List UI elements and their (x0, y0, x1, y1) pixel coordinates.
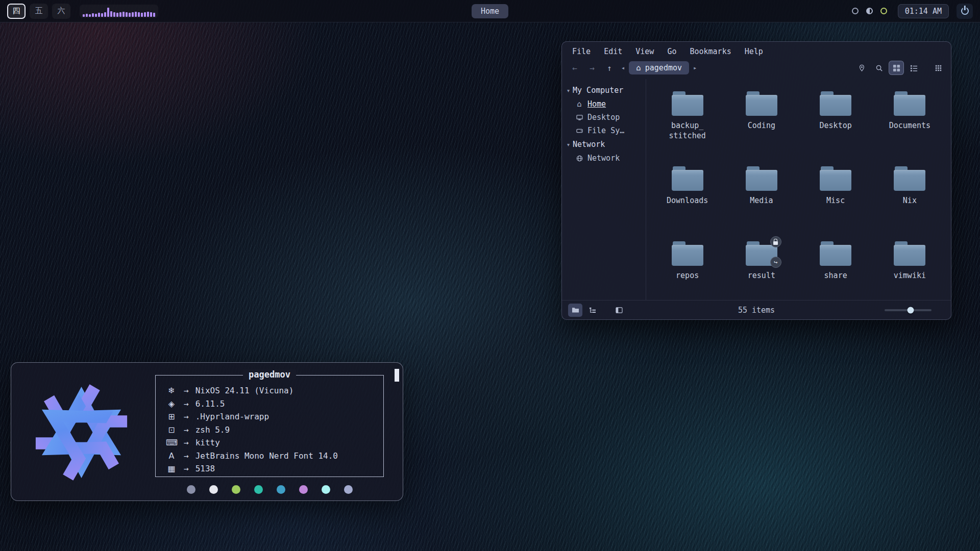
back-button[interactable]: ← (567, 61, 582, 75)
file-item[interactable]: Downloads (651, 160, 724, 235)
monitor-icon (575, 115, 583, 120)
menu-file[interactable]: File (572, 47, 591, 56)
power-button[interactable] (957, 4, 973, 19)
places-pane-button[interactable] (568, 304, 582, 317)
terminal-cursor (395, 369, 399, 382)
visualizer-bar (101, 13, 103, 17)
visualizer-bar (110, 11, 112, 17)
arrow-icon: → (184, 436, 189, 449)
side-pane-toggle-button[interactable] (612, 304, 626, 317)
file-item[interactable]: Nix (873, 160, 946, 235)
zoom-slider-handle[interactable] (907, 307, 914, 313)
fetch-row-wm: → .Hyprland-wrapp (166, 410, 373, 423)
sidebar-item-filesystem[interactable]: File Sy… (566, 124, 642, 137)
breadcrumb-next-icon[interactable]: ▸ (691, 64, 699, 71)
location-button[interactable] (854, 61, 869, 75)
menu-view[interactable]: View (635, 47, 654, 56)
workspace-button-3[interactable]: 六 (52, 4, 70, 19)
breadcrumb-prev-icon[interactable]: ◂ (619, 64, 627, 71)
fetch-value: JetBrains Mono Nerd Font 14.0 (195, 449, 338, 463)
fetch-value: kitty (195, 436, 220, 449)
fetch-row-font: → JetBrains Mono Nerd Font 14.0 (166, 449, 373, 463)
file-item[interactable]: vimwiki (873, 235, 946, 310)
visualizer-bar (129, 13, 131, 17)
menu-bookmarks[interactable]: Bookmarks (690, 47, 731, 56)
tree-pane-button[interactable] (585, 304, 600, 317)
arrow-icon: → (184, 410, 189, 423)
top-bar: 四 五 六 Home 01:14 AM (0, 0, 980, 22)
circle-outline-icon[interactable] (852, 8, 859, 14)
arrow-icon: → (184, 462, 189, 475)
visualizer-bar (147, 12, 149, 17)
breadcrumb[interactable]: ⌂ pagedmov (629, 61, 689, 74)
folder-icon (820, 166, 851, 191)
folder-icon (820, 91, 851, 116)
icon-view-button[interactable] (889, 61, 904, 75)
drive-icon (575, 128, 583, 134)
circle-green-icon[interactable] (880, 8, 887, 14)
up-button[interactable]: ↑ (602, 61, 617, 75)
sidebar-section-label: Network (573, 140, 605, 149)
file-item[interactable]: share (799, 235, 872, 310)
visualizer-bar (89, 14, 91, 17)
list-view-button[interactable] (906, 61, 921, 75)
visualizer-bar (122, 12, 125, 17)
folder-icon (672, 91, 703, 116)
panel-icon (616, 307, 623, 313)
menu-help[interactable]: Help (745, 47, 763, 56)
wm-icon (166, 410, 177, 423)
folder-icon (572, 307, 579, 313)
sidebar-item-home[interactable]: ⌂ Home (566, 97, 642, 111)
menu-edit[interactable]: Edit (604, 47, 622, 56)
file-item[interactable]: Media (725, 160, 798, 235)
zoom-slider[interactable] (885, 306, 932, 314)
home-button[interactable]: Home (472, 4, 508, 18)
nixos-icon (166, 384, 177, 397)
toolbar: ← → ↑ ◂ ⌂ pagedmov ▸ (562, 59, 951, 79)
circle-half-icon[interactable] (866, 8, 873, 14)
items-count: 55 items (738, 306, 775, 315)
kernel-icon (166, 397, 177, 411)
arrow-icon: → (184, 423, 189, 437)
visualizer-bar (141, 13, 143, 17)
menu-go[interactable]: Go (667, 47, 676, 56)
packages-icon (166, 462, 177, 475)
folder-icon (746, 91, 777, 116)
visualizer-bar (119, 12, 121, 17)
pin-icon (858, 64, 866, 72)
link-emblem-icon: ↪ (770, 257, 781, 268)
globe-icon (575, 155, 583, 162)
file-item[interactable]: Misc (799, 160, 872, 235)
fetch-value: zsh 5.9 (195, 423, 230, 437)
search-button[interactable] (871, 61, 887, 75)
home-icon: ⌂ (636, 63, 641, 72)
visualizer-bar (153, 13, 155, 17)
visualizer-bar (107, 8, 109, 17)
visualizer-bar (86, 14, 88, 17)
file-item[interactable]: Coding (725, 85, 798, 160)
lock-emblem-icon (770, 236, 781, 247)
folder-icon (894, 91, 925, 116)
sidebar-section-network[interactable]: ▾ Network (566, 137, 642, 152)
sidebar-item-network[interactable]: Network (566, 152, 642, 165)
forward-button[interactable]: → (584, 61, 600, 75)
fetch-hostname: pagedmov (243, 369, 296, 380)
file-item[interactable]: Documents (873, 85, 946, 160)
clock[interactable]: 01:14 AM (898, 4, 949, 18)
file-item[interactable]: Desktop (799, 85, 872, 160)
sidebar-item-desktop[interactable]: Desktop (566, 111, 642, 124)
compact-view-button[interactable] (930, 61, 946, 75)
visualizer-bar (150, 12, 152, 17)
file-item[interactable]: ↪ result (725, 235, 798, 310)
fetch-row-kernel: → 6.11.5 (166, 397, 373, 411)
file-item[interactable]: repos (651, 235, 724, 310)
sidebar-section-computer[interactable]: ▾ My Computer (566, 83, 642, 97)
fetch-value: 6.11.5 (195, 397, 225, 411)
file-item[interactable]: backup_ stitched (651, 85, 724, 160)
palette-dot (344, 485, 353, 494)
workspace-button-1[interactable]: 四 (7, 4, 26, 19)
workspace-button-2[interactable]: 五 (30, 4, 48, 19)
home-icon: ⌂ (575, 99, 583, 109)
visualizer-bar (135, 12, 137, 17)
folder-icon (894, 241, 925, 266)
